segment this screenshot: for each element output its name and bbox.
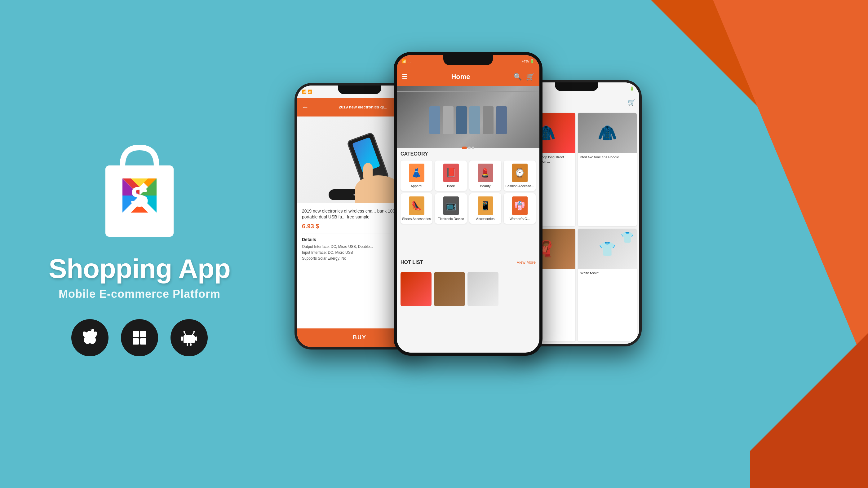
hamburger-menu-icon[interactable]: ☰ — [402, 73, 408, 81]
store-banner-visual — [397, 86, 539, 148]
svg-rect-12 — [140, 331, 146, 337]
dot-3[interactable] — [472, 147, 474, 149]
category-apparel[interactable]: 👗 Apparel — [401, 161, 432, 191]
beauty-icon: 💄 — [478, 164, 493, 182]
view-more-link[interactable]: View More — [517, 260, 536, 265]
phone-home: 📶 ... 11:26 74% 🔋 ☰ Home 🔍 🛒 — [394, 52, 542, 356]
shirt-2 — [443, 106, 454, 134]
shoes-label: Shoes Accessories — [402, 217, 431, 221]
status-battery-center: 74% 🔋 — [521, 59, 534, 64]
phone-notch-right — [555, 83, 598, 91]
home-app-bar[interactable]: ☰ Home 🔍 🛒 — [397, 68, 539, 86]
status-icons-left: 📶 📶 — [302, 90, 312, 94]
apparel-img-2: 🧥 — [578, 113, 637, 153]
category-fashion[interactable]: ⌚ Fashion Accesso... — [504, 161, 536, 191]
windows-icon[interactable] — [121, 319, 158, 356]
home-title: Home — [408, 73, 514, 81]
status-signal-center: 📶 ... — [402, 59, 410, 64]
shirt-3 — [456, 106, 467, 134]
apparel-item-4[interactable]: 👕 👕 White t-shirt — [578, 229, 637, 341]
book-label: Book — [447, 184, 455, 188]
svg-text:S: S — [130, 181, 149, 212]
electronic-label: Electronic Device — [438, 217, 464, 221]
shirt-1 — [429, 106, 440, 134]
home-screen: 📶 ... 11:26 74% 🔋 ☰ Home 🔍 🛒 — [397, 55, 539, 353]
svg-rect-13 — [133, 338, 139, 345]
svg-rect-11 — [133, 331, 139, 337]
apparel-info-2: nted two tone ens Hoodie — [578, 153, 637, 162]
category-electronic[interactable]: 📺 Electronic Device — [435, 193, 467, 224]
hot-item-3[interactable] — [467, 272, 498, 306]
category-title: CATEGORY — [401, 151, 536, 157]
shirt-6 — [496, 106, 507, 134]
hot-item-1[interactable] — [401, 272, 432, 306]
category-book[interactable]: 📕 Book — [435, 161, 467, 191]
shirt-5 — [483, 106, 494, 134]
dot-2[interactable] — [468, 147, 471, 149]
buy-button-label: BUY — [353, 334, 366, 341]
banner-image — [397, 86, 539, 148]
category-grid: 👗 Apparel 📕 Book 💄 Beauty — [401, 161, 536, 224]
apparel-name-2: nted two tone ens Hoodie — [580, 155, 634, 159]
shoes-icon: 👠 — [409, 196, 424, 215]
accessories-label: Accessories — [476, 217, 494, 221]
womens-icon: 👘 — [512, 196, 528, 215]
status-battery-right: 🔋 — [630, 87, 634, 91]
apparel-name-4: White t-shirt — [580, 271, 634, 275]
shirt-4 — [469, 106, 480, 134]
phone-notch-left — [338, 86, 381, 94]
electronic-icon: 📺 — [443, 196, 459, 215]
category-accessories[interactable]: 📱 Accessories — [469, 193, 501, 224]
apparel-item-2[interactable]: 🧥 nted two tone ens Hoodie — [578, 113, 637, 227]
hot-list-items — [401, 272, 536, 306]
apparel-icon: 👗 — [409, 164, 424, 182]
clothes-rail — [397, 91, 539, 92]
womens-label: Women's C... — [509, 217, 530, 221]
apparel-label: Apparel — [411, 184, 423, 188]
dot-1[interactable] — [462, 147, 467, 149]
home-banner — [397, 86, 539, 148]
cart-icon-home[interactable]: 🛒 — [526, 73, 534, 81]
hot-item-2[interactable] — [434, 272, 465, 306]
category-section: CATEGORY 👗 Apparel 📕 Book — [397, 151, 539, 229]
book-icon: 📕 — [443, 164, 459, 182]
category-beauty[interactable]: 💄 Beauty — [469, 161, 501, 191]
svg-rect-14 — [140, 338, 146, 345]
svg-point-10 — [91, 329, 94, 333]
category-womens[interactable]: 👘 Women's C... — [504, 193, 536, 224]
accessories-icon: 📱 — [478, 196, 493, 215]
clothes-hangers — [429, 100, 507, 134]
finger-visual — [363, 163, 373, 182]
back-button-left[interactable]: ← — [302, 103, 309, 111]
search-icon[interactable]: 🔍 — [514, 73, 522, 81]
phones-wrapper: 📶 📶 ... 🔋 ← 2019 new electronics qi... — [232, 27, 790, 461]
category-shoes[interactable]: 👠 Shoes Accessories — [401, 193, 432, 224]
beauty-label: Beauty — [480, 184, 490, 188]
apple-icon[interactable] — [71, 319, 108, 356]
fashion-label: Fashion Accesso... — [505, 184, 534, 188]
hot-list-header: HOT LIST View More — [397, 260, 539, 265]
hot-list-title: HOT LIST — [401, 260, 423, 265]
apparel-img-4: 👕 👕 — [578, 229, 637, 269]
apparel-info-4: White t-shirt — [578, 269, 637, 278]
fashion-icon: ⌚ — [512, 164, 528, 182]
cart-icon-apparel[interactable]: 🛒 — [628, 99, 636, 106]
phones-section: 📶 📶 ... 🔋 ← 2019 new electronics qi... — [155, 0, 868, 488]
phone-notch-center — [443, 55, 493, 65]
banner-dots — [462, 147, 474, 149]
